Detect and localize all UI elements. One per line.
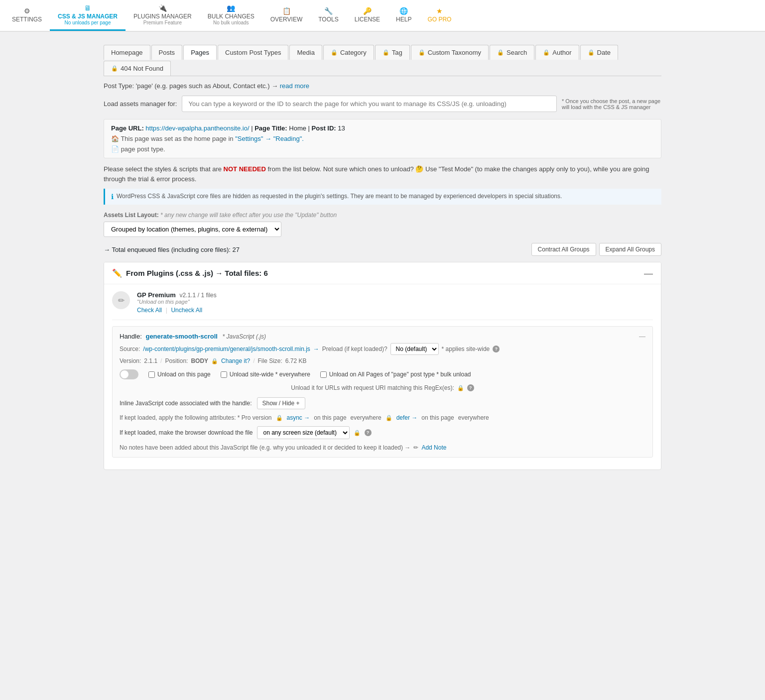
nav-tools-label: TOOLS <box>318 16 338 23</box>
go-pro-icon: ★ <box>436 7 443 15</box>
plugin-files: 1 files <box>201 292 216 299</box>
tab-homepage[interactable]: Homepage <box>104 45 150 60</box>
bulk-icon: 👥 <box>227 4 235 12</box>
tab-posts[interactable]: Posts <box>151 45 183 60</box>
plugin-card-header: ✏️ From Plugins (.css & .js) → Total fil… <box>104 262 661 284</box>
tab-category[interactable]: 🔒Category <box>323 45 374 60</box>
info-circle-icon: ℹ <box>111 193 114 201</box>
nav-overview-label: OVERVIEW <box>270 16 302 23</box>
enqueued-row: → Total enqueued files (including core f… <box>104 243 661 256</box>
page-info-box: Page URL: https://dev-wpalpha.pantheonsi… <box>104 119 661 158</box>
defer-on-this-page: on this page <box>421 414 454 421</box>
lock-category-icon: 🔒 <box>331 49 338 56</box>
search-note: * Once you choose the post, a new page w… <box>562 98 661 110</box>
page-title-value: Home <box>289 124 306 132</box>
nav-bulk-changes[interactable]: 👥 BULK CHANGES No bulk unloads <box>200 0 262 31</box>
screen-help-icon[interactable]: ? <box>365 429 372 436</box>
homepage-line: 🏠 This page was set as the home page in … <box>111 135 654 142</box>
unload-page-checkbox-item: Unload on this page <box>148 371 211 378</box>
asset-handle-label: Handle: <box>120 333 142 340</box>
lock-tag-icon: 🔒 <box>382 49 389 56</box>
screen-size-select[interactable]: on any screen size (default) on mobile o… <box>257 426 350 439</box>
show-hide-button[interactable]: Show / Hide + <box>257 397 305 409</box>
unload-page-checkbox[interactable] <box>148 371 155 378</box>
search-input[interactable] <box>182 96 557 112</box>
async-on-this-page: on this page <box>314 414 346 421</box>
async-label: async → <box>287 414 310 421</box>
unload-sitewide-checkbox[interactable] <box>221 371 227 378</box>
nav-go-pro-label: GO PRO <box>427 16 451 23</box>
expand-all-button[interactable]: Expand All Groups <box>599 243 661 256</box>
post-id-value: 13 <box>338 124 345 132</box>
plugin-card-title: ✏️ From Plugins (.css & .js) → Total fil… <box>112 268 268 278</box>
lock-404-icon: 🔒 <box>111 65 118 72</box>
tab-date[interactable]: 🔒Date <box>580 45 618 60</box>
notice-info: ℹ WordPress CSS & JavaScript core files … <box>104 189 661 205</box>
plugin-logo-icon: ✏ <box>112 291 130 309</box>
screen-size-row: If kept loaded, make the browser downloa… <box>120 426 645 439</box>
plugin-card-body: ✏ GP Premium v2.1.1 / 1 files "Unload on… <box>104 284 661 469</box>
nav-tools[interactable]: 🔧 TOOLS <box>310 0 346 31</box>
unload-toggle[interactable] <box>120 369 138 379</box>
notes-pencil-icon: ✏ <box>413 444 418 451</box>
pipe-separator: | <box>166 307 167 314</box>
minimize-button[interactable]: — <box>644 269 653 278</box>
nav-license[interactable]: 🔑 LICENSE <box>347 0 388 31</box>
plugin-unload-label: "Unload on this page" <box>137 299 653 305</box>
nav-css-js-manager[interactable]: 🖥 CSS & JS MANAGER No unloads per page <box>50 0 126 31</box>
tab-404[interactable]: 🔒404 Not Found <box>104 61 171 76</box>
lock-search-icon: 🔒 <box>497 49 504 56</box>
attributes-label: If kept loaded, apply the following attr… <box>120 414 272 421</box>
post-type-info: Post Type: 'page' (e.g. pages such as Ab… <box>104 82 661 90</box>
nav-plugins-sub: Premium Feature <box>143 20 182 25</box>
file-size-label: File Size: <box>258 357 282 364</box>
position-lock-icon: 🔒 <box>211 358 218 364</box>
check-all-link[interactable]: Check All <box>137 307 162 314</box>
tab-search[interactable]: 🔒Search <box>490 45 534 60</box>
uncheck-all-link[interactable]: Uncheck All <box>171 307 202 314</box>
position-value: BODY <box>191 357 208 364</box>
add-note-link[interactable]: Add Note <box>421 444 446 451</box>
defer-everywhere: everywhere <box>458 414 489 421</box>
settings-reading-link[interactable]: "Settings" → "Reading". <box>235 135 304 142</box>
asset-handle-left: Handle: generate-smooth-scroll * JavaScr… <box>120 333 266 340</box>
layout-select[interactable]: Grouped by location (themes, plugins, co… <box>104 222 281 237</box>
post-id-label: Post ID: <box>312 124 336 132</box>
regex-help-icon[interactable]: ? <box>467 384 474 391</box>
nav-help[interactable]: 🌐 HELP <box>388 0 419 31</box>
arrow-preload: → <box>313 346 319 352</box>
tab-tag[interactable]: 🔒Tag <box>375 45 410 60</box>
inline-js-label: Inline JavaScript code associated with t… <box>120 400 252 407</box>
plugin-card-pen-icon: ✏️ <box>112 268 122 278</box>
page-url-link[interactable]: https://dev-wpalpha.pantheonsite.io/ <box>145 124 249 132</box>
unload-all-pages-checkbox[interactable] <box>320 371 327 378</box>
tab-media[interactable]: Media <box>289 45 322 60</box>
homepage-note: This page was set as the home page in <box>121 135 233 142</box>
page-title-label: Page Title: <box>255 124 287 132</box>
contract-all-button[interactable]: Contract All Groups <box>531 243 596 256</box>
nav-go-pro[interactable]: ★ GO PRO <box>419 0 459 31</box>
tab-custom-taxonomy[interactable]: 🔒Custom Taxonomy <box>411 45 489 60</box>
unload-sitewide-label: Unload site-wide * everywhere <box>230 371 310 378</box>
source-label: Source: <box>120 346 140 352</box>
desc-text1: Please select the styles & scripts that … <box>104 165 224 173</box>
post-type-text: Post Type: 'page' (e.g. pages such as Ab… <box>104 82 278 90</box>
page-url-line: Page URL: https://dev-wpalpha.pantheonsi… <box>111 124 654 132</box>
not-needed-text: NOT NEEDED <box>224 165 266 173</box>
tab-pages[interactable]: Pages <box>183 45 217 60</box>
preload-help-icon[interactable]: ? <box>493 346 500 352</box>
tab-custom-post-types[interactable]: Custom Post Types <box>218 45 288 60</box>
asset-handle-value: generate-smooth-scroll <box>145 333 217 340</box>
nav-css-js-sub: No unloads per page <box>65 20 111 25</box>
preload-select[interactable]: No (default) Yes <box>390 343 439 355</box>
source-path-link[interactable]: /wp-content/plugins/gp-premium/general/j… <box>143 346 310 352</box>
read-more-link[interactable]: read more <box>280 82 309 90</box>
tabs-bar: Homepage Posts Pages Custom Post Types M… <box>104 45 661 76</box>
tab-author[interactable]: 🔒Author <box>535 45 579 60</box>
change-it-link[interactable]: Change it? <box>221 357 250 364</box>
nav-plugins-manager[interactable]: 🔌 PLUGINS MANAGER Premium Feature <box>126 0 200 31</box>
nav-overview[interactable]: 📋 OVERVIEW <box>262 0 310 31</box>
description-text: Please select the styles & scripts that … <box>104 164 661 184</box>
nav-settings[interactable]: ⚙ SETTINGS <box>4 0 50 31</box>
screen-lock-icon: 🔒 <box>354 430 361 436</box>
